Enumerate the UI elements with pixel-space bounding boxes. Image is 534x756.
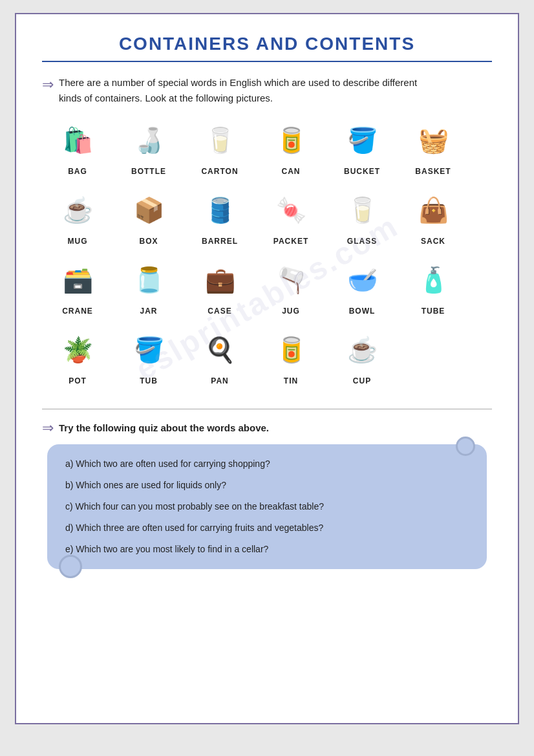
item-label: BOX — [139, 237, 158, 246]
item-label: TUBE — [422, 307, 445, 316]
item-label: TUB — [140, 376, 158, 385]
item-cell: 🗃️CRANE — [42, 257, 113, 316]
item-icon-tub: 🪣 — [123, 327, 175, 373]
item-icon-tube: 🧴 — [407, 257, 459, 303]
item-icon-crane: 🗃️ — [52, 257, 103, 303]
quiz-question-a: a) Which two are often used for carrying… — [65, 457, 469, 471]
item-cell: 🫙JAR — [113, 257, 184, 316]
item-label: BOTTLE — [131, 167, 166, 176]
item-label: MUG — [68, 237, 88, 246]
quiz-intro-text: Try the following quiz about the words a… — [59, 422, 269, 433]
item-icon-can: 🥫 — [265, 118, 317, 163]
item-icon-bucket: 🪣 — [336, 118, 388, 163]
item-label: CASE — [208, 307, 231, 316]
item-label: JUG — [282, 307, 300, 316]
item-cell: 🍬PACKET — [255, 188, 326, 246]
item-cell: 💼CASE — [184, 257, 255, 316]
item-label: BARREL — [202, 237, 238, 246]
item-cell: 🪴POT — [42, 327, 113, 385]
page: eslprintables.com CONTAINERS AND CONTENT… — [15, 13, 519, 724]
item-cell: 🪣BUCKET — [326, 118, 398, 176]
item-icon-glass: 🥛 — [336, 188, 388, 233]
item-cell: 🧴TUBE — [398, 257, 469, 316]
quiz-question-e: e) Which two are you most likely to find… — [65, 543, 469, 556]
item-label: JAR — [140, 307, 157, 316]
item-label: BASKET — [415, 167, 451, 176]
item-cell: 🫗JUG — [255, 257, 326, 316]
quiz-arrow-icon: ⇒ — [42, 420, 54, 437]
item-cell: 🥛GLASS — [326, 188, 398, 246]
quiz-question-c: c) Which four can you most probably see … — [65, 500, 469, 513]
item-cell: ☕MUG — [42, 188, 113, 246]
quiz-box: a) Which two are often used for carrying… — [47, 444, 487, 569]
scroll-top-decoration — [456, 437, 475, 456]
quiz-question-d: d) Which three are often used for carryi… — [65, 521, 469, 535]
item-cell: 🧺BASKET — [398, 118, 469, 176]
section-divider — [42, 409, 492, 409]
title-divider — [42, 61, 492, 62]
item-cell: 🛢️BARREL — [184, 188, 255, 246]
item-label: PACKET — [273, 237, 308, 246]
intro-block: ⇒ There are a number of special words in… — [42, 75, 492, 106]
item-icon-barrel: 🛢️ — [194, 188, 246, 233]
item-icon-jar: 🫙 — [123, 257, 175, 303]
item-cell: 🍳PAN — [184, 327, 255, 385]
item-icon-sack: 👜 — [407, 188, 459, 233]
intro-text: There are a number of special words in E… — [59, 75, 417, 106]
item-label: CAN — [282, 167, 301, 176]
scroll-bottom-decoration — [59, 555, 82, 578]
item-label: BUCKET — [344, 167, 380, 176]
item-icon-bowl: 🥣 — [336, 257, 388, 303]
item-label: SACK — [421, 237, 445, 246]
item-label: CRANE — [62, 307, 93, 316]
item-label: PAN — [211, 376, 228, 385]
page-title: CONTAINERS AND CONTENTS — [42, 34, 492, 54]
item-icon-pot: 🪴 — [52, 327, 103, 373]
quiz-intro: ⇒ Try the following quiz about the words… — [42, 418, 492, 437]
item-icon-cup: ☕ — [336, 327, 388, 373]
item-icon-bottle: 🍶 — [123, 118, 175, 163]
item-label: CARTON — [201, 167, 238, 176]
item-icon-tin: 🥫 — [265, 327, 317, 373]
item-cell: 🍶BOTTLE — [113, 118, 184, 176]
item-icon-basket: 🧺 — [407, 118, 459, 163]
item-cell: 🛍️BAG — [42, 118, 113, 176]
item-icon-packet: 🍬 — [265, 188, 317, 233]
item-icon-mug: ☕ — [52, 188, 103, 233]
item-cell: 📦BOX — [113, 188, 184, 246]
arrow-icon: ⇒ — [42, 76, 54, 93]
item-icon-carton: 🥛 — [194, 118, 246, 163]
item-label: BOWL — [349, 307, 376, 316]
item-label: POT — [69, 376, 87, 385]
item-icon-jug: 🫗 — [265, 257, 317, 303]
item-cell: ☕CUP — [326, 327, 398, 385]
quiz-questions-container: a) Which two are often used for carrying… — [65, 457, 469, 556]
item-label: TIN — [284, 376, 298, 385]
item-cell: 🥛CARTON — [184, 118, 255, 176]
item-label: BAG — [68, 167, 87, 176]
item-cell: 🥫CAN — [255, 118, 326, 176]
item-icon-box: 📦 — [123, 188, 175, 233]
item-cell: 🥣BOWL — [326, 257, 398, 316]
item-label: GLASS — [347, 237, 377, 246]
item-icon-case: 💼 — [194, 257, 246, 303]
item-icon-pan: 🍳 — [194, 327, 246, 373]
item-cell: 👜SACK — [398, 188, 469, 246]
items-grid: 🛍️BAG🍶BOTTLE🥛CARTON🥫CAN🪣BUCKET🧺BASKET☕MU… — [42, 118, 492, 397]
item-label: CUP — [353, 376, 371, 385]
item-icon-bag: 🛍️ — [52, 118, 103, 163]
item-cell: 🥫TIN — [255, 327, 326, 385]
item-cell: 🪣TUB — [113, 327, 184, 385]
quiz-question-b: b) Which ones are used for liquids only? — [65, 479, 469, 492]
